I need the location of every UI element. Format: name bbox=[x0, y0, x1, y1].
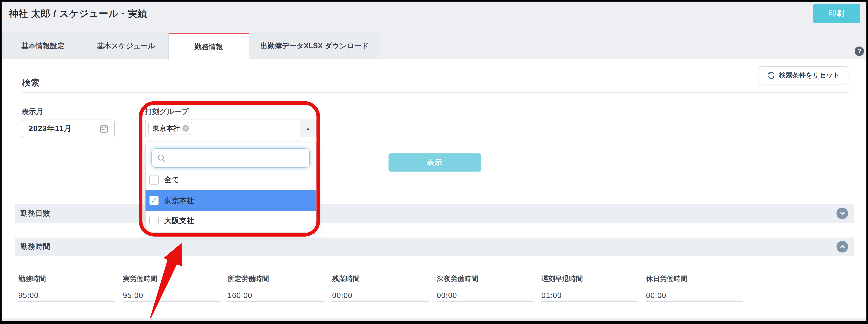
stat-underline bbox=[437, 300, 534, 302]
stat-underline bbox=[123, 300, 220, 302]
selected-group-tag[interactable]: 東京本社 × bbox=[148, 122, 192, 135]
print-button[interactable]: 印刷 bbox=[813, 4, 860, 23]
footer-strip bbox=[0, 318, 868, 321]
stat-label: 残業時間 bbox=[332, 274, 432, 284]
punch-group-select[interactable]: 東京本社 × ▲ bbox=[145, 120, 317, 137]
stat-value: 95:00 bbox=[123, 291, 143, 300]
punch-group-label: 打刻グループ bbox=[145, 107, 189, 117]
tab-basic-info[interactable]: 基本情報設定 bbox=[2, 33, 84, 59]
stat-label: 実労働時間 bbox=[123, 274, 222, 284]
stat-actual-work-time: 実労働時間 95:00 bbox=[123, 274, 222, 284]
option-osaka-shisha-label: 大阪支社 bbox=[164, 215, 194, 226]
option-osaka-shisha[interactable]: 大阪支社 bbox=[146, 211, 316, 230]
punch-group-dropdown: 全て ✓ 東京本社 大阪支社 bbox=[145, 143, 317, 232]
option-all[interactable]: 全て bbox=[146, 171, 316, 189]
stat-label: 所定労働時間 bbox=[227, 274, 327, 284]
stat-underline bbox=[541, 300, 638, 302]
stat-value: 01:00 bbox=[541, 291, 562, 300]
reset-button-label: 検索条件をリセット bbox=[779, 71, 839, 80]
stat-scheduled-work-time: 所定労働時間 160:00 bbox=[227, 274, 327, 284]
tab-xlsx-download[interactable]: 出勤簿データXLSX ダウンロード bbox=[249, 33, 380, 59]
page-header: 神社 太郎 / スケジュール・実績 印刷 bbox=[0, 0, 868, 33]
option-all-label: 全て bbox=[164, 175, 179, 185]
show-button[interactable]: 表示 bbox=[389, 153, 481, 172]
stat-value: 00:00 bbox=[332, 291, 352, 300]
reset-search-button[interactable]: 検索条件をリセット bbox=[759, 66, 848, 84]
option-tokyo-honsha[interactable]: ✓ 東京本社 bbox=[146, 190, 316, 211]
checkbox-all[interactable] bbox=[149, 175, 159, 184]
section-work-hours[interactable]: 勤務時間 bbox=[15, 238, 854, 256]
stat-late-night-work: 深夜労働時間 00:00 bbox=[437, 274, 536, 284]
display-month-label: 表示月 bbox=[22, 107, 43, 117]
select-caret-zone[interactable]: ▲ bbox=[300, 120, 316, 137]
option-tokyo-honsha-label: 東京本社 bbox=[164, 196, 194, 206]
section-work-days-title: 勤務日数 bbox=[21, 204, 51, 223]
tab-basic-schedule[interactable]: 基本スケジュール bbox=[84, 33, 168, 59]
app-window: 神社 太郎 / スケジュール・実績 印刷 基本情報設定 基本スケジュール 勤務情… bbox=[0, 0, 868, 324]
stat-label: 遅刻早退時間 bbox=[541, 274, 641, 284]
chevron-up-icon[interactable] bbox=[836, 241, 848, 253]
stat-late-early-leave: 遅刻早退時間 01:00 bbox=[541, 274, 641, 284]
stat-underline bbox=[646, 300, 743, 302]
tab-work-info[interactable]: 勤務情報 bbox=[168, 33, 249, 60]
stat-label: 勤務時間 bbox=[18, 274, 118, 284]
section-work-days[interactable]: 勤務日数 bbox=[15, 204, 854, 223]
remove-tag-icon[interactable]: × bbox=[182, 125, 189, 132]
check-icon: ✓ bbox=[151, 197, 157, 204]
stat-overtime: 残業時間 00:00 bbox=[332, 274, 432, 284]
section-work-hours-title: 勤務時間 bbox=[21, 238, 51, 256]
caret-up-icon: ▲ bbox=[306, 126, 310, 131]
stat-underline bbox=[18, 300, 115, 302]
stat-value: 00:00 bbox=[646, 291, 666, 300]
refresh-icon bbox=[767, 71, 775, 79]
stat-underline bbox=[332, 300, 429, 302]
bottom-bar bbox=[0, 321, 868, 324]
help-icon[interactable]: ? bbox=[855, 47, 864, 56]
search-section-heading: 検索 bbox=[22, 77, 40, 88]
stat-label: 休日労働時間 bbox=[646, 274, 746, 284]
month-picker-field[interactable]: 2023年11月 bbox=[22, 120, 115, 137]
selected-group-tag-label: 東京本社 bbox=[152, 124, 180, 133]
stat-work-time: 勤務時間 95:00 bbox=[18, 274, 118, 284]
calendar-icon bbox=[99, 124, 109, 136]
stat-value: 160:00 bbox=[227, 291, 252, 300]
stat-value: 00:00 bbox=[437, 291, 457, 300]
month-picker-value: 2023年11月 bbox=[22, 123, 72, 134]
checkbox-osaka-shisha[interactable] bbox=[149, 216, 159, 225]
stat-underline bbox=[227, 300, 324, 302]
stat-label: 深夜労働時間 bbox=[437, 274, 536, 284]
tab-bar: 基本情報設定 基本スケジュール 勤務情報 出勤簿データXLSX ダウンロード bbox=[0, 33, 868, 59]
checkbox-tokyo-honsha[interactable]: ✓ bbox=[149, 196, 159, 205]
dropdown-search-box[interactable] bbox=[151, 148, 310, 168]
page-title: 神社 太郎 / スケジュール・実績 bbox=[9, 7, 148, 20]
stat-value: 95:00 bbox=[18, 291, 39, 300]
search-divider bbox=[22, 92, 848, 93]
stat-holiday-work: 休日労働時間 00:00 bbox=[646, 274, 746, 284]
chevron-down-icon[interactable] bbox=[836, 208, 848, 219]
dropdown-search-input[interactable] bbox=[167, 151, 306, 165]
search-icon bbox=[157, 154, 166, 165]
